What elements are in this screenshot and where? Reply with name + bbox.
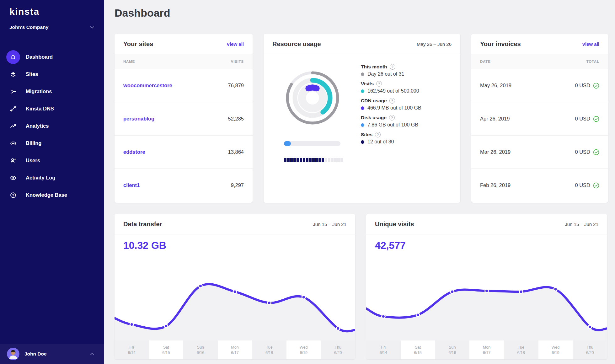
- stat-value: 7.86 GB out of 100 GB: [367, 122, 418, 128]
- col-total: TOTAL: [586, 60, 599, 63]
- your-sites-card: Your sites View all NAME VISITS woocomme…: [115, 34, 253, 203]
- stat-label: CDN usage: [361, 98, 387, 104]
- site-link[interactable]: eddstore: [123, 149, 145, 155]
- user-menu[interactable]: John Doe: [0, 344, 104, 364]
- resource-stat: Disk usage7.86 GB out of 100 GB: [361, 115, 455, 128]
- site-slot-segment: [303, 158, 305, 162]
- your-sites-title: Your sites: [123, 40, 153, 48]
- data-transfer-title: Data transfer: [123, 221, 162, 228]
- sidebar-item-dashboard[interactable]: Dashboard: [0, 48, 104, 66]
- invoice-date: May 26, 2019: [480, 83, 511, 88]
- data-point: [336, 327, 340, 330]
- chevron-down-icon: [90, 25, 95, 30]
- site-row: woocommercestore76,879: [115, 69, 253, 102]
- invoice-row: Mar 26, 20190 USD: [471, 136, 608, 169]
- avatar: [7, 348, 19, 360]
- disk-usage-bar: [284, 141, 340, 146]
- help-icon[interactable]: [389, 115, 395, 120]
- x-axis-day-label: Thu6/20: [573, 340, 607, 359]
- unique-visits-title: Unique visits: [375, 221, 414, 228]
- site-slot-segment: [315, 158, 318, 162]
- unique-visits-total: 42,577: [375, 240, 406, 251]
- site-visits: 76,879: [228, 83, 244, 88]
- sidebar-item-billing[interactable]: Billing: [0, 135, 104, 152]
- data-transfer-range: Jun 15 – Jun 21: [313, 222, 346, 227]
- paid-check-icon: [593, 83, 599, 89]
- help-icon[interactable]: [389, 98, 395, 104]
- sites-view-all-link[interactable]: View all: [227, 41, 244, 47]
- sidebar-item-label: Activity Log: [26, 175, 55, 181]
- unique-visits-x-axis: Fri6/14Sat6/15Sun6/16Mon6/17Tue6/18Wed6/…: [366, 340, 607, 359]
- site-slot-segment: [287, 158, 290, 162]
- data-point: [451, 290, 454, 293]
- data-point: [554, 287, 557, 291]
- x-axis-day-label: Wed6/19: [538, 340, 573, 359]
- sidebar-item-migrations[interactable]: Migrations: [0, 83, 104, 100]
- col-date: DATE: [480, 60, 491, 63]
- invoice-total: 0 USD: [575, 116, 590, 122]
- resource-stat: Sites12 out of 30: [361, 132, 455, 145]
- site-slot-segment: [318, 158, 321, 162]
- resource-donut-chart: [281, 67, 344, 129]
- user-plus-icon: [6, 154, 20, 168]
- invoices-view-all-link[interactable]: View all: [582, 41, 599, 47]
- sidebar-item-label: Knowledge Base: [26, 192, 67, 198]
- help-icon[interactable]: [390, 64, 395, 70]
- sidebar-item-kinsta-dns[interactable]: Kinsta DNS: [0, 100, 104, 117]
- unique-visits-card: Unique visits Jun 15 – Jun 21 42,577 Fri…: [366, 214, 607, 359]
- data-point: [382, 315, 385, 318]
- site-slot-segment: [309, 158, 312, 162]
- sidebar-item-knowledge-base[interactable]: ?Knowledge Base: [0, 186, 104, 204]
- sidebar-item-users[interactable]: Users: [0, 152, 104, 169]
- sidebar-item-label: Analytics: [26, 123, 49, 129]
- home-icon: [6, 50, 20, 64]
- sidebar-item-activity-log[interactable]: Activity Log: [0, 169, 104, 186]
- data-point: [199, 284, 202, 288]
- eye-icon: [6, 171, 20, 185]
- col-name: NAME: [123, 60, 135, 63]
- col-visits: VISITS: [231, 60, 244, 63]
- invoice-date: Mar 26, 2019: [480, 149, 511, 155]
- site-link[interactable]: client1: [123, 182, 140, 188]
- site-slot-segment: [284, 158, 286, 162]
- site-slot-segment: [312, 158, 315, 162]
- sidebar-item-analytics[interactable]: Analytics: [0, 117, 104, 135]
- help-icon[interactable]: [375, 132, 381, 137]
- user-name: John Doe: [24, 351, 47, 357]
- resource-usage-card: Resource usage May 26 – Jun 26 This mont…: [264, 34, 460, 203]
- site-slot-segment: [331, 158, 334, 162]
- x-axis-day-label: Mon6/17: [469, 340, 504, 359]
- data-point: [233, 290, 237, 293]
- kinsta-logo: kinsta: [9, 6, 40, 17]
- x-axis-day-label: Sun6/16: [435, 340, 469, 359]
- site-link[interactable]: personablog: [123, 116, 154, 122]
- help-icon[interactable]: [376, 81, 382, 87]
- your-invoices-title: Your invoices: [480, 40, 521, 48]
- site-link[interactable]: woocommercestore: [123, 83, 172, 88]
- resource-stat: Visits162,549 out of 500,000: [361, 81, 455, 94]
- site-slot-segment: [334, 158, 337, 162]
- stat-value: 466.9 MB out of 100 GB: [367, 105, 421, 111]
- paid-check-icon: [593, 116, 599, 122]
- x-axis-day-label: Wed6/19: [286, 340, 321, 359]
- sidebar: kinsta John's Company DashboardSitesMigr…: [0, 0, 104, 364]
- invoice-row: Feb 26, 20190 USD: [471, 169, 608, 202]
- site-row: eddstore13,864: [115, 136, 253, 169]
- site-row: personablog52,285: [115, 102, 253, 136]
- data-point: [588, 325, 592, 329]
- dns-icon: [6, 102, 20, 116]
- stat-label: Sites: [361, 132, 372, 137]
- invoice-total: 0 USD: [575, 83, 590, 88]
- company-name: John's Company: [9, 24, 48, 30]
- data-transfer-x-axis: Fri6/14Sat6/15Sun6/16Mon6/17Tue6/18Wed6/…: [115, 340, 355, 359]
- data-point: [485, 289, 489, 292]
- resource-usage-title: Resource usage: [272, 40, 321, 48]
- company-selector[interactable]: John's Company: [0, 24, 104, 30]
- site-slot-segment: [293, 158, 296, 162]
- sidebar-item-sites[interactable]: Sites: [0, 66, 104, 83]
- trend-icon: [6, 119, 20, 133]
- stat-label: Disk usage: [361, 115, 387, 120]
- x-axis-day-label: Mon6/17: [218, 340, 252, 359]
- site-slot-segment: [297, 158, 299, 162]
- stat-color-dot: [361, 123, 364, 127]
